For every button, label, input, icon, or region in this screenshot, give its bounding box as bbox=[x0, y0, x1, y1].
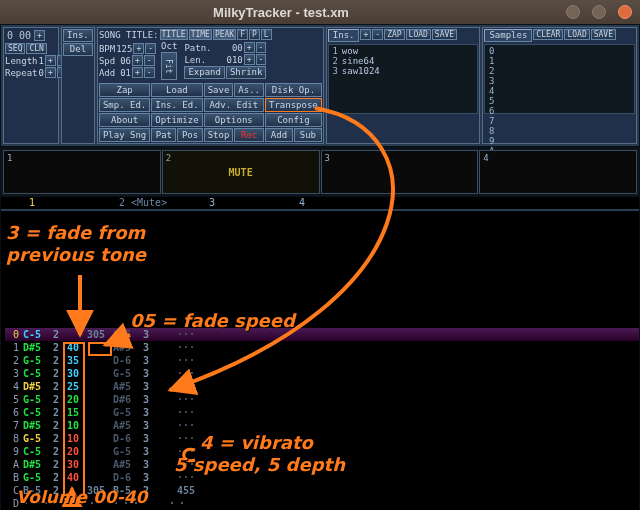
instruments-pane: Ins. + - ZAP LOAD SAVE 1wow2sine643saw10… bbox=[326, 27, 481, 144]
instruments-list[interactable]: 1wow2sine643saw1024 bbox=[328, 44, 479, 114]
expand-button[interactable]: Expand bbox=[184, 66, 225, 79]
main-button-grid: Zap Load SaveAs.. Disk Op. Smp. Ed. Ins.… bbox=[99, 83, 322, 142]
pattern-row[interactable]: D············ bbox=[5, 497, 639, 510]
insed-button[interactable]: Ins. Ed. bbox=[151, 98, 202, 112]
list-item[interactable]: 8 bbox=[486, 126, 633, 136]
shrink-button[interactable]: Shrink bbox=[226, 66, 267, 79]
maximize-button[interactable] bbox=[592, 5, 606, 19]
pattern-row[interactable]: 8G-5210D-63··· bbox=[5, 432, 639, 445]
ins-plus[interactable]: + bbox=[360, 29, 371, 40]
list-item[interactable]: 1 bbox=[486, 56, 633, 66]
channel-header[interactable]: 3 bbox=[209, 197, 299, 209]
list-item[interactable]: 9 bbox=[486, 136, 633, 146]
transpose-button[interactable]: Transpose bbox=[265, 98, 322, 112]
pattern-row[interactable]: 1D#5240A#53··· bbox=[5, 341, 639, 354]
about-button[interactable]: About bbox=[99, 113, 150, 127]
add-button[interactable]: Add bbox=[265, 128, 293, 142]
oct-label: Oct bbox=[161, 41, 177, 51]
pattern-row[interactable]: 5G-5220D#63··· bbox=[5, 393, 639, 406]
channel-header[interactable]: 2 <Mute> bbox=[119, 197, 209, 209]
save-button[interactable]: Save bbox=[204, 83, 234, 97]
ins-zap[interactable]: ZAP bbox=[384, 29, 404, 40]
length-up[interactable]: + bbox=[45, 55, 56, 66]
pattern-row[interactable]: 2G-5235D-63··· bbox=[5, 354, 639, 367]
channel-scope[interactable]: 4 bbox=[479, 150, 637, 194]
patn-down[interactable]: - bbox=[256, 42, 267, 53]
pattern-row[interactable]: 9C-5220G-53··· bbox=[5, 445, 639, 458]
ins-button[interactable]: Ins. bbox=[63, 29, 93, 42]
pattern-editor[interactable]: 12 <Mute>34 0C-52305G-53···1D#5240A#53··… bbox=[1, 197, 639, 510]
pos-button[interactable]: Pos bbox=[177, 128, 202, 142]
cln-button[interactable]: CLN bbox=[26, 43, 46, 54]
add-down[interactable]: - bbox=[144, 67, 155, 78]
list-item[interactable]: 6 bbox=[486, 106, 633, 116]
list-item[interactable]: 5 bbox=[486, 96, 633, 106]
seq-button[interactable]: SEQ bbox=[5, 43, 25, 54]
list-item[interactable]: 7 bbox=[486, 116, 633, 126]
len-up[interactable]: + bbox=[244, 54, 255, 65]
fit-button[interactable]: Fit bbox=[161, 52, 177, 80]
minimize-button[interactable] bbox=[566, 5, 580, 19]
config-button[interactable]: Config bbox=[265, 113, 322, 127]
time-button[interactable]: TIME bbox=[189, 29, 212, 40]
pattern-row[interactable]: AD#5230A#53··· bbox=[5, 458, 639, 471]
repeat-label: Repeat bbox=[5, 68, 38, 78]
stop-button[interactable]: Stop bbox=[204, 128, 234, 142]
pattern-row[interactable]: 7D#5210A#53··· bbox=[5, 419, 639, 432]
del-button[interactable]: Del bbox=[63, 43, 93, 56]
pattern-rows[interactable]: 0C-52305G-53···1D#5240A#53···2G-5235D-63… bbox=[1, 211, 639, 510]
spd-up[interactable]: + bbox=[132, 55, 143, 66]
add-up[interactable]: + bbox=[132, 67, 143, 78]
ins-save[interactable]: SAVE bbox=[432, 29, 457, 40]
ins-load[interactable]: LOAD bbox=[406, 29, 431, 40]
channel-scope[interactable]: 3 bbox=[321, 150, 479, 194]
zap-button[interactable]: Zap bbox=[99, 83, 150, 97]
advedit-button[interactable]: Adv. Edit bbox=[204, 98, 264, 112]
bpm-up[interactable]: + bbox=[133, 43, 144, 54]
saveas-button[interactable]: As.. bbox=[234, 83, 264, 97]
list-item[interactable]: 3 bbox=[486, 76, 633, 86]
bpm-down[interactable]: - bbox=[145, 43, 156, 54]
load-button[interactable]: Load bbox=[151, 83, 202, 97]
samples-list[interactable]: 0123456789AB bbox=[484, 44, 635, 114]
pattern-row[interactable]: 6C-5215G-53··· bbox=[5, 406, 639, 419]
ins-minus[interactable]: - bbox=[372, 29, 383, 40]
f-button[interactable]: F bbox=[237, 29, 248, 40]
playsng-button[interactable]: Play Sng bbox=[99, 128, 150, 142]
pattern-row[interactable]: 3C-5230G-53··· bbox=[5, 367, 639, 380]
sub-button[interactable]: Sub bbox=[294, 128, 322, 142]
pattern-row[interactable]: 4D#5225A#53··· bbox=[5, 380, 639, 393]
pattern-row[interactable]: 0C-52305G-53··· bbox=[5, 328, 639, 341]
repeat-up[interactable]: + bbox=[45, 67, 56, 78]
pattern-row[interactable]: CB-52305B-52455 bbox=[5, 484, 639, 497]
peak-button[interactable]: PEAK bbox=[213, 29, 236, 40]
channel-header[interactable]: 4 bbox=[299, 197, 389, 209]
list-item[interactable]: 1wow bbox=[330, 46, 477, 56]
order-plus[interactable]: + bbox=[34, 30, 45, 41]
title-button[interactable]: TITLE bbox=[160, 29, 188, 40]
rec-button[interactable]: Rec bbox=[234, 128, 264, 142]
channel-scope[interactable]: 1 bbox=[3, 150, 161, 194]
spd-down[interactable]: - bbox=[144, 55, 155, 66]
l-button[interactable]: L bbox=[261, 29, 272, 40]
diskop-button[interactable]: Disk Op. bbox=[265, 83, 322, 97]
channel-scope[interactable]: 2MUTE bbox=[162, 150, 320, 194]
list-item[interactable]: 2sine64 bbox=[330, 56, 477, 66]
smp-clear[interactable]: CLEAR bbox=[533, 29, 563, 40]
smp-load[interactable]: LOAD bbox=[564, 29, 589, 40]
smp-save[interactable]: SAVE bbox=[591, 29, 616, 40]
list-item[interactable]: 0 bbox=[486, 46, 633, 56]
pattern-row[interactable]: BG-5240D-63··· bbox=[5, 471, 639, 484]
list-item[interactable]: 3saw1024 bbox=[330, 66, 477, 76]
list-item[interactable]: 4 bbox=[486, 86, 633, 96]
patn-up[interactable]: + bbox=[244, 42, 255, 53]
pat-button[interactable]: Pat bbox=[151, 128, 176, 142]
close-button[interactable] bbox=[618, 5, 632, 19]
list-item[interactable]: 2 bbox=[486, 66, 633, 76]
optimize-button[interactable]: Optimize bbox=[151, 113, 202, 127]
len-down[interactable]: - bbox=[256, 54, 267, 65]
p-button[interactable]: P bbox=[249, 29, 260, 40]
options-button[interactable]: Options bbox=[204, 113, 264, 127]
channel-header[interactable]: 1 bbox=[29, 197, 119, 209]
smped-button[interactable]: Smp. Ed. bbox=[99, 98, 150, 112]
